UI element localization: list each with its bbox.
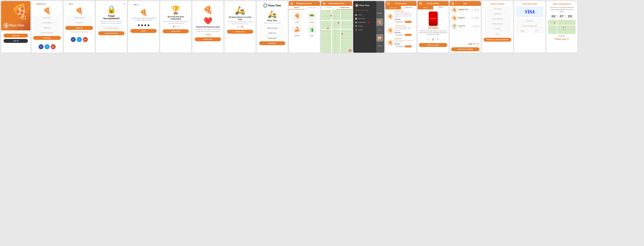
increase-qty-button[interactable]: + bbox=[476, 25, 480, 28]
add-to-cart-button[interactable]: Add to cart bbox=[405, 45, 412, 48]
first-name-input[interactable]: First Name bbox=[484, 7, 511, 11]
signin-password-input[interactable]: Password bbox=[66, 21, 93, 25]
select-city-dropdown[interactable]: Select City bbox=[259, 31, 285, 35]
menu-icon[interactable] bbox=[323, 3, 325, 5]
close-icon[interactable]: × bbox=[124, 3, 125, 5]
map-pin-3[interactable]: 📍 bbox=[326, 28, 330, 31]
full-name-input[interactable]: Full Name bbox=[516, 19, 544, 23]
list-item[interactable]: 🍕 Pizza bbox=[290, 11, 304, 23]
tab-small[interactable]: Small 30 cm bbox=[401, 6, 417, 10]
back-arrow-icon[interactable]: ← bbox=[130, 4, 132, 6]
list-item[interactable]: 🧃 Drinks bbox=[305, 25, 319, 37]
list-item[interactable]: 🍰 Dessert bbox=[290, 25, 304, 37]
sidebar-item-home[interactable]: 🏠 Home bbox=[355, 13, 374, 17]
add-ingredients-button[interactable]: Add ingredients bbox=[394, 21, 404, 23]
facebook-button[interactable]: f bbox=[38, 44, 44, 49]
cart-icon[interactable]: 🛒 bbox=[315, 2, 318, 5]
tab-500ml[interactable]: 500 ml bbox=[433, 6, 449, 10]
signin-email-input[interactable]: Email Address bbox=[66, 16, 93, 20]
verify-button[interactable]: Verify bbox=[130, 29, 156, 33]
process-to-payments-button[interactable]: PROCESS TO PLAYMENTS bbox=[484, 38, 511, 42]
sidebar-item-settings[interactable]: ⚙️ Settings bbox=[355, 24, 374, 28]
tab-location-map[interactable]: Location map bbox=[337, 6, 352, 10]
onboard1-screen: 🏆 Eat from the best restaurants Access a… bbox=[160, 1, 191, 53]
decrease-quantity-button[interactable]: − bbox=[427, 38, 430, 41]
tab-choose[interactable]: Choose bbox=[289, 6, 304, 10]
increase-qty-button[interactable]: + bbox=[476, 17, 480, 20]
tab-location-map[interactable]: Location map bbox=[304, 6, 320, 10]
expiry-input[interactable]: 09/20 bbox=[516, 29, 529, 33]
twitter-button[interactable]: t bbox=[44, 44, 50, 49]
cart-icon[interactable]: 🛒 bbox=[476, 2, 479, 5]
decrease-qty-button[interactable]: − bbox=[472, 25, 474, 28]
menu-icon[interactable] bbox=[387, 3, 390, 5]
map-view[interactable]: 📍 📍 📍 📍 🎯 bbox=[321, 10, 352, 53]
splash-signup-button[interactable]: SIGN UP bbox=[4, 34, 28, 38]
map-pin-2[interactable]: 📍 bbox=[337, 22, 340, 25]
email-input[interactable]: Email Address bbox=[33, 21, 61, 25]
order-now-button[interactable]: Order Now bbox=[195, 37, 221, 41]
decrease-qty-button[interactable]: − bbox=[472, 17, 474, 20]
register-signup-button[interactable]: SIGN UP bbox=[33, 36, 61, 40]
order-now-button[interactable]: Order Now bbox=[163, 29, 189, 33]
add-to-cart-button[interactable]: Add to cart bbox=[405, 21, 412, 23]
confirm-password-input[interactable]: Confirm Password bbox=[33, 31, 61, 35]
add-to-cart-button[interactable]: ADD TO CART bbox=[419, 43, 447, 47]
city-input[interactable]: City bbox=[484, 32, 511, 36]
drink-description: Coca-Cola is the magic of taste, this un… bbox=[419, 30, 447, 35]
delivery-screen: Delivery Details First Name Last Name Ph… bbox=[482, 1, 513, 53]
forgot-password-link[interactable]: Forgot password? Touch here bbox=[70, 31, 88, 33]
back-arrow-icon[interactable]: ← bbox=[66, 3, 67, 5]
tab-large[interactable]: Large 40 cm bbox=[385, 6, 401, 10]
street-address-input[interactable]: Street Address bbox=[484, 22, 511, 26]
country-input[interactable]: Country bbox=[484, 27, 511, 31]
username-input[interactable]: User Name bbox=[33, 16, 61, 20]
menu-icon[interactable] bbox=[452, 3, 454, 5]
card-number-input[interactable]: 1743 7493 8242 9422 bbox=[516, 24, 544, 28]
increase-quantity-button[interactable]: + bbox=[436, 38, 440, 41]
drinks-circle-icon: 🧃 bbox=[307, 25, 317, 34]
bavarian-name: Bavarian pizza bbox=[394, 10, 415, 12]
change-location-link[interactable]: Change bbox=[364, 10, 368, 11]
process-order-button[interactable]: PROCESS ORDER bbox=[451, 47, 480, 51]
cvv-input[interactable]: CVV bbox=[530, 29, 544, 33]
tab-300ml[interactable]: 300 ml bbox=[418, 6, 433, 10]
sidebar-item-logout[interactable]: 🚪 Logout bbox=[355, 28, 374, 32]
map-pin-4[interactable]: 📍 bbox=[340, 33, 344, 36]
send-password-button[interactable]: Send Password bbox=[98, 31, 124, 35]
tab-choose[interactable]: Choose bbox=[321, 6, 337, 10]
signin-signup-button[interactable]: SIGN UP bbox=[66, 26, 93, 30]
password-input[interactable]: Password bbox=[33, 26, 61, 30]
increase-qty-button[interactable]: + bbox=[476, 9, 480, 11]
order-now-button[interactable]: Order Now bbox=[227, 30, 253, 34]
cart-icon[interactable]: 🛒 bbox=[412, 2, 415, 5]
sidebar-item-orders[interactable]: 📋 My Orders bbox=[355, 17, 374, 21]
decrease-qty-button[interactable]: − bbox=[472, 9, 474, 11]
countdown-timer: 00 : 07 : 39 bbox=[552, 15, 572, 18]
google-plus-button[interactable]: g+ bbox=[83, 37, 88, 42]
add-ingredients-button[interactable]: Add ingredients bbox=[394, 45, 404, 48]
sidebar-item-notifications[interactable]: 🔔 Notifications 1 bbox=[355, 21, 374, 24]
twitter-button[interactable]: t bbox=[77, 37, 82, 42]
cart-icon[interactable]: 🛒 bbox=[444, 2, 447, 5]
back-arrow-icon[interactable]: ← bbox=[33, 3, 35, 5]
search-button[interactable]: SEARCH bbox=[259, 41, 285, 45]
cart-icon[interactable]: 🛒 bbox=[348, 2, 350, 5]
map-location-icon[interactable]: 🎯 bbox=[348, 49, 352, 52]
restaurants-dropdown[interactable]: Restaurants bbox=[259, 36, 285, 40]
facebook-button[interactable]: f bbox=[71, 37, 76, 42]
map-pin-1[interactable]: 📍 bbox=[330, 15, 332, 18]
last-name-input[interactable]: Last Name bbox=[484, 12, 511, 16]
forgot-email-input[interactable]: Your Email Address bbox=[98, 26, 124, 30]
google-plus-button[interactable]: g+ bbox=[51, 44, 56, 49]
add-ingredients-button[interactable]: Add ingredients bbox=[394, 34, 404, 36]
splash-login-button[interactable]: LOG IN bbox=[4, 39, 28, 43]
select-country-dropdown[interactable]: Select Country bbox=[259, 26, 285, 30]
phone-input[interactable]: Phone Number bbox=[484, 17, 511, 21]
menu-icon[interactable] bbox=[291, 3, 293, 5]
menu-icon[interactable] bbox=[419, 3, 422, 5]
add-to-cart-button[interactable]: Add to cart bbox=[405, 34, 412, 36]
list-item[interactable]: 🥗 Snacks bbox=[305, 11, 319, 23]
landing-clock-icon: 🕐 bbox=[264, 4, 267, 8]
touch-here-link[interactable]: Touch here bbox=[82, 31, 88, 33]
